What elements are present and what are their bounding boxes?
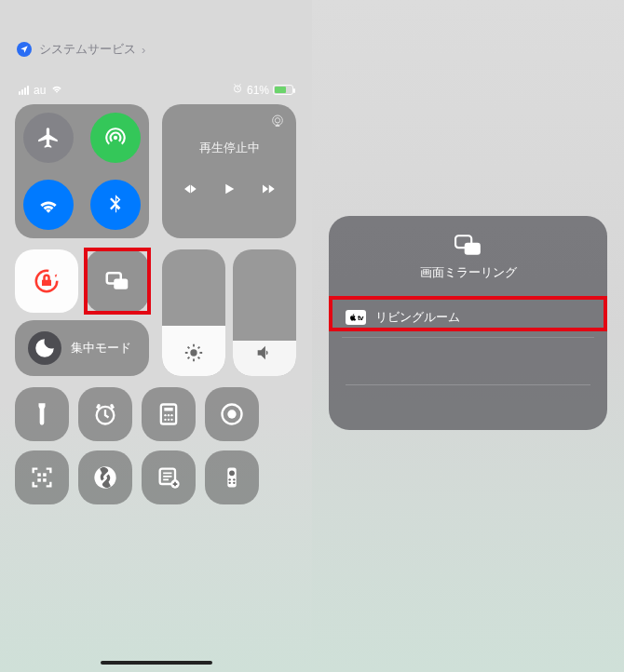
- svg-point-6: [190, 349, 197, 356]
- svg-point-2: [275, 118, 279, 123]
- home-indicator[interactable]: [101, 661, 212, 665]
- wifi-toggle[interactable]: [23, 180, 74, 230]
- media-status-label: 再生停止中: [173, 140, 285, 156]
- media-next-button[interactable]: [260, 181, 277, 201]
- svg-point-28: [229, 470, 235, 476]
- mirroring-screenshot: 画面ミラーリング tv リビングルーム: [312, 0, 624, 672]
- separator: [346, 384, 590, 385]
- battery-pct: 61%: [247, 84, 269, 97]
- airplay-audio-icon[interactable]: [270, 114, 285, 132]
- svg-point-15: [164, 419, 166, 421]
- apple-tv-icon: tv: [346, 310, 366, 325]
- qr-scan-button[interactable]: [15, 450, 69, 504]
- volume-slider[interactable]: [233, 249, 296, 376]
- apple-tv-remote-button[interactable]: [205, 450, 259, 504]
- screen-mirroring-button[interactable]: [86, 249, 149, 313]
- settings-row-label: システムサービス: [39, 41, 136, 58]
- connectivity-tile[interactable]: [15, 104, 149, 238]
- carrier-label: au: [34, 84, 46, 97]
- settings-row[interactable]: システムサービス ›: [0, 41, 312, 58]
- media-tile[interactable]: 再生停止中: [162, 104, 296, 238]
- shazam-button[interactable]: [78, 450, 132, 504]
- screen-mirroring-panel: 画面ミラーリング tv リビングルーム: [329, 216, 607, 430]
- brightness-slider[interactable]: [162, 249, 225, 376]
- control-center-screenshot: システムサービス › au 61%: [0, 0, 312, 672]
- flashlight-button[interactable]: [15, 387, 69, 441]
- svg-rect-20: [37, 473, 41, 477]
- location-icon: [17, 42, 32, 57]
- orientation-lock-toggle[interactable]: [15, 249, 78, 313]
- svg-point-32: [233, 482, 235, 484]
- svg-rect-11: [164, 408, 172, 411]
- svg-point-16: [168, 419, 170, 421]
- airplane-toggle[interactable]: [23, 113, 74, 163]
- svg-point-13: [168, 414, 170, 416]
- svg-point-30: [233, 478, 235, 480]
- timer-button[interactable]: [78, 387, 132, 441]
- svg-point-19: [227, 410, 236, 418]
- focus-mode-button[interactable]: 集中モード: [15, 320, 149, 376]
- svg-point-31: [229, 482, 231, 484]
- battery-icon: [273, 85, 293, 95]
- bluetooth-toggle[interactable]: [90, 180, 141, 230]
- svg-rect-5: [114, 279, 128, 289]
- moon-icon: [28, 331, 61, 365]
- calculator-button[interactable]: [142, 387, 196, 441]
- media-prev-button[interactable]: [182, 181, 198, 201]
- svg-rect-23: [43, 478, 46, 482]
- mirroring-title: 画面ミラーリング: [342, 264, 594, 281]
- wifi-status-icon: [50, 82, 63, 98]
- device-name: リビングルーム: [375, 309, 460, 326]
- svg-point-29: [229, 478, 231, 480]
- svg-rect-21: [43, 473, 46, 477]
- screen-record-button[interactable]: [205, 387, 259, 441]
- speaker-icon: [254, 343, 275, 363]
- svg-point-17: [170, 419, 172, 421]
- cellular-toggle[interactable]: [90, 113, 141, 163]
- focus-label: 集中モード: [71, 340, 131, 356]
- quick-note-button[interactable]: [142, 450, 196, 504]
- svg-point-12: [164, 414, 166, 416]
- svg-rect-34: [464, 243, 480, 255]
- chevron-right-icon: ›: [142, 43, 145, 57]
- signal-icon: [19, 86, 29, 95]
- svg-point-14: [170, 414, 172, 416]
- mirroring-device-row[interactable]: tv リビングルーム: [342, 298, 594, 338]
- screen-mirroring-icon: [342, 235, 594, 257]
- status-bar: au 61%: [0, 82, 312, 98]
- alarm-icon: [232, 83, 243, 97]
- media-play-button[interactable]: [221, 181, 237, 201]
- sun-icon: [183, 343, 204, 363]
- svg-rect-22: [37, 478, 41, 482]
